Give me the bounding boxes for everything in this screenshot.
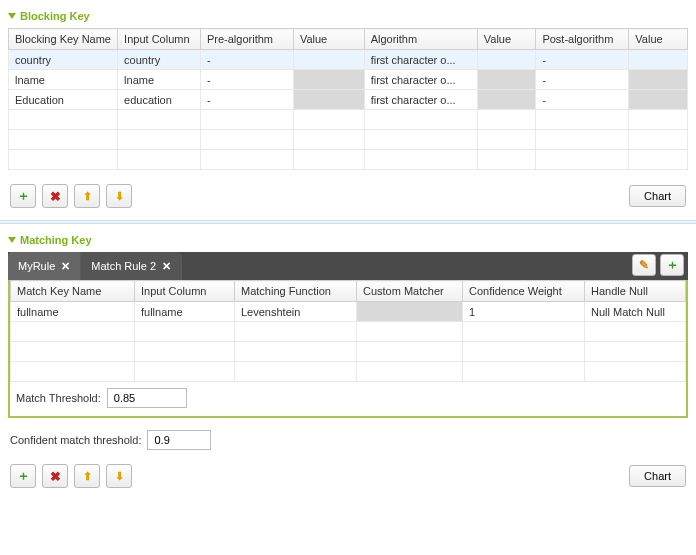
close-icon[interactable]: ✕: [61, 260, 70, 273]
chart-button[interactable]: Chart: [629, 185, 686, 207]
arrow-up-icon: ⬆: [83, 470, 92, 483]
col-header[interactable]: Value: [477, 29, 536, 50]
tab-label: Match Rule 2: [91, 260, 156, 272]
edit-icon: ✎: [639, 258, 649, 272]
matching-key-header[interactable]: Matching Key: [8, 232, 688, 252]
edit-rule-button[interactable]: ✎: [632, 254, 656, 276]
table-row[interactable]: Education education - first character o.…: [9, 90, 688, 110]
blocking-key-title: Blocking Key: [20, 10, 90, 22]
col-header[interactable]: Value: [629, 29, 688, 50]
col-header[interactable]: Confidence Weight: [463, 281, 585, 302]
arrow-up-icon: ⬆: [83, 190, 92, 203]
col-header[interactable]: Handle Null: [585, 281, 686, 302]
add-button[interactable]: ＋: [10, 184, 36, 208]
arrow-down-icon: ⬇: [115, 470, 124, 483]
plus-icon: ＋: [666, 256, 679, 274]
col-header[interactable]: Custom Matcher: [357, 281, 463, 302]
collapse-icon: [8, 13, 16, 19]
add-rule-button[interactable]: ＋: [660, 254, 684, 276]
match-rule-panel: Match Key Name Input Column Matching Fun…: [8, 280, 688, 418]
plus-icon: ＋: [17, 187, 30, 205]
plus-icon: ＋: [17, 467, 30, 485]
table-row[interactable]: country country - first character o... -: [9, 50, 688, 70]
table-row[interactable]: [11, 342, 686, 362]
add-button[interactable]: ＋: [10, 464, 36, 488]
table-row[interactable]: [9, 150, 688, 170]
delete-button[interactable]: ✖: [42, 184, 68, 208]
match-threshold-label: Match Threshold:: [16, 392, 101, 404]
chart-button[interactable]: Chart: [629, 465, 686, 487]
col-header[interactable]: Algorithm: [364, 29, 477, 50]
table-row[interactable]: lname lname - first character o... -: [9, 70, 688, 90]
tab-label: MyRule: [18, 260, 55, 272]
col-header[interactable]: Matching Function: [235, 281, 357, 302]
table-row[interactable]: [9, 130, 688, 150]
col-header[interactable]: Match Key Name: [11, 281, 135, 302]
collapse-icon: [8, 237, 16, 243]
col-header[interactable]: Input Column: [118, 29, 201, 50]
col-header[interactable]: Post-algorithm: [536, 29, 629, 50]
col-header[interactable]: Value: [293, 29, 364, 50]
confident-threshold-input[interactable]: [147, 430, 211, 450]
x-icon: ✖: [50, 469, 61, 484]
table-row[interactable]: [11, 362, 686, 382]
arrow-down-icon: ⬇: [115, 190, 124, 203]
match-threshold-input[interactable]: [107, 388, 187, 408]
rule-tab-bar: MyRule ✕ Match Rule 2 ✕ ✎ ＋: [8, 252, 688, 280]
blocking-key-header[interactable]: Blocking Key: [8, 8, 688, 28]
close-icon[interactable]: ✕: [162, 260, 171, 273]
col-header[interactable]: Pre-algorithm: [200, 29, 293, 50]
tab-myrule[interactable]: MyRule ✕: [8, 252, 81, 280]
col-header[interactable]: Blocking Key Name: [9, 29, 118, 50]
confident-threshold-label: Confident match threshold:: [10, 434, 141, 446]
x-icon: ✖: [50, 189, 61, 204]
matching-key-table: Match Key Name Input Column Matching Fun…: [10, 280, 686, 382]
col-header[interactable]: Input Column: [135, 281, 235, 302]
section-separator: [0, 220, 696, 224]
move-up-button[interactable]: ⬆: [74, 184, 100, 208]
table-row[interactable]: [11, 322, 686, 342]
move-up-button[interactable]: ⬆: [74, 464, 100, 488]
tab-matchrule2[interactable]: Match Rule 2 ✕: [81, 252, 182, 280]
table-row[interactable]: fullname fullname Levenshtein 1 Null Mat…: [11, 302, 686, 322]
blocking-key-table: Blocking Key Name Input Column Pre-algor…: [8, 28, 688, 170]
move-down-button[interactable]: ⬇: [106, 184, 132, 208]
matching-key-title: Matching Key: [20, 234, 92, 246]
table-row[interactable]: [9, 110, 688, 130]
move-down-button[interactable]: ⬇: [106, 464, 132, 488]
delete-button[interactable]: ✖: [42, 464, 68, 488]
